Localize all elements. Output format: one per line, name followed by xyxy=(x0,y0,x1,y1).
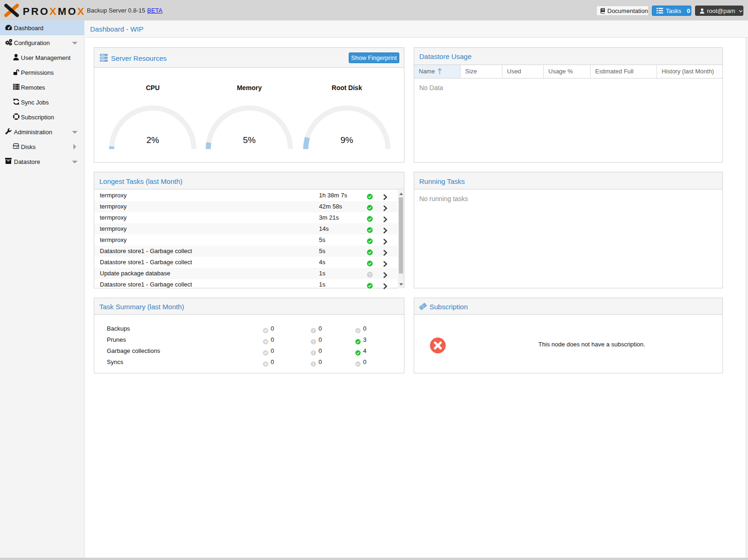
svg-text:?: ? xyxy=(369,273,371,277)
